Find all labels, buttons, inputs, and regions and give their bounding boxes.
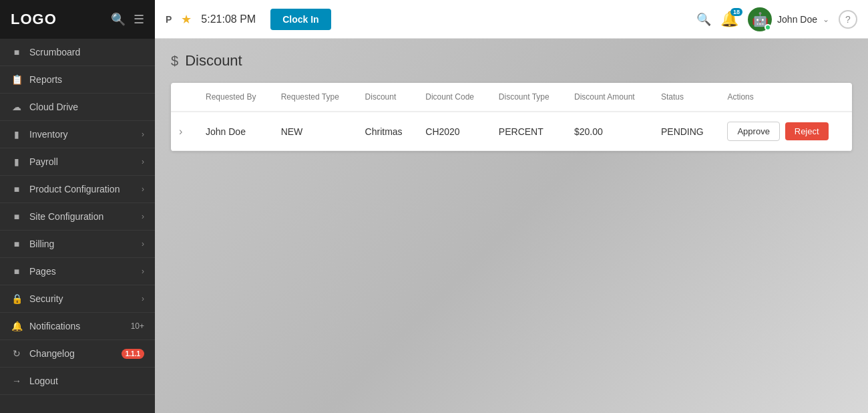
row-status: PENDING — [653, 112, 719, 151]
row-discount: Chritmas — [357, 112, 418, 151]
sidebar-item-cloud-drive[interactable]: ☁ Cloud Drive — [0, 94, 155, 121]
reports-icon: 📋 — [11, 74, 23, 85]
col-discount-code: Dicount Code — [417, 83, 491, 112]
sidebar-item-billing[interactable]: ■ Billing › — [0, 231, 155, 258]
dollar-icon: $ — [171, 53, 178, 69]
page-title: Discount — [185, 52, 242, 70]
sidebar-item-notifications[interactable]: 🔔 Notifications 10+ — [0, 313, 155, 340]
scrumboard-icon: ■ — [11, 47, 23, 57]
sidebar-logo: LOGO 🔍 ☰ — [0, 0, 155, 39]
cloud-drive-icon: ☁ — [11, 102, 23, 112]
billing-icon: ■ — [11, 239, 23, 249]
p-indicator: P — [166, 14, 172, 25]
chevron-right-icon: › — [142, 130, 144, 139]
search-icon[interactable]: 🔍 — [111, 12, 126, 27]
security-icon: 🔒 — [11, 293, 23, 304]
time-display: 5:21:08 PM — [201, 13, 256, 25]
chevron-right-icon: › — [142, 212, 144, 221]
sidebar-item-label: Inventory — [29, 129, 68, 140]
notifications-badge: 18 — [730, 8, 742, 16]
user-avatar: 🤖 — [748, 7, 772, 31]
user-menu[interactable]: 🤖 John Doe ⌄ — [748, 7, 829, 31]
sidebar: LOGO 🔍 ☰ ■ Scrumboard 📋 Reports ☁ Cloud … — [0, 0, 155, 413]
chevron-right-icon: › — [142, 267, 144, 276]
sidebar-item-reports[interactable]: 📋 Reports — [0, 66, 155, 94]
chevron-right-icon: › — [142, 294, 144, 303]
topbar: P ★ 5:21:08 PM Clock In 🔍 🔔 18 🤖 John Do… — [155, 0, 868, 39]
chevron-right-icon: › — [142, 184, 144, 194]
help-button[interactable]: ? — [839, 10, 857, 29]
content-area: $ Discount Requested By Requested Type D… — [155, 39, 868, 413]
favorite-star-icon[interactable]: ★ — [181, 12, 192, 27]
pages-icon: ■ — [11, 266, 23, 277]
row-actions: Approve Reject — [719, 112, 852, 151]
sidebar-item-product-configuration[interactable]: ■ Product Configuration › — [0, 176, 155, 203]
payroll-icon: ▮ — [11, 156, 23, 167]
row-requested-by: John Doe — [198, 112, 273, 151]
col-requested-by: Requested By — [198, 83, 273, 112]
notifications-icon: 🔔 — [11, 321, 23, 331]
logout-icon: → — [11, 376, 23, 386]
inventory-icon: ▮ — [11, 129, 23, 140]
row-discount-type: PERCENT — [491, 112, 566, 151]
sidebar-item-label: Scrumboard — [29, 47, 80, 57]
site-config-icon: ■ — [11, 211, 23, 222]
sidebar-item-label: Payroll — [29, 156, 58, 167]
user-chevron-down-icon: ⌄ — [823, 15, 829, 24]
col-actions: Actions — [719, 83, 852, 112]
sidebar-item-payroll[interactable]: ▮ Payroll › — [0, 148, 155, 176]
sidebar-item-logout[interactable]: → Logout — [0, 368, 155, 395]
sidebar-item-label: Product Configuration — [29, 184, 120, 194]
sidebar-item-label: Site Configuration — [29, 211, 103, 222]
sidebar-item-label: Billing — [29, 239, 54, 249]
row-discount-amount: $20.00 — [566, 112, 653, 151]
page-title-bar: $ Discount — [171, 52, 852, 70]
menu-icon[interactable]: ☰ — [134, 12, 144, 27]
notifications-bell[interactable]: 🔔 18 — [720, 11, 738, 28]
approve-button[interactable]: Approve — [727, 122, 779, 141]
sidebar-item-site-configuration[interactable]: ■ Site Configuration › — [0, 203, 155, 231]
chevron-right-icon: › — [142, 239, 144, 249]
row-requested-type: NEW — [273, 112, 357, 151]
col-expand — [171, 83, 198, 112]
main-content: P ★ 5:21:08 PM Clock In 🔍 🔔 18 🤖 John Do… — [155, 0, 868, 413]
logo-text: LOGO — [11, 11, 57, 28]
sidebar-item-label: Security — [29, 293, 63, 304]
notifications-count-badge: 10+ — [131, 321, 144, 331]
col-discount: Discount — [357, 83, 418, 112]
table-row: › John Doe NEW Chritmas CH2020 PERCENT $… — [171, 112, 852, 151]
col-requested-type: Requested Type — [273, 83, 357, 112]
sidebar-item-scrumboard[interactable]: ■ Scrumboard — [0, 39, 155, 66]
sidebar-item-pages[interactable]: ■ Pages › — [0, 258, 155, 285]
sidebar-item-label: Pages — [29, 266, 56, 277]
changelog-version-badge: 1.1.1 — [122, 349, 144, 359]
sidebar-item-label: Logout — [29, 376, 58, 386]
table-header-row: Requested By Requested Type Discount Dic… — [171, 83, 852, 112]
col-status: Status — [653, 83, 719, 112]
discount-table-container: Requested By Requested Type Discount Dic… — [171, 83, 852, 151]
row-expand-button[interactable]: › — [171, 112, 198, 151]
chevron-right-icon: › — [142, 157, 144, 166]
product-config-icon: ■ — [11, 184, 23, 194]
discount-table: Requested By Requested Type Discount Dic… — [171, 83, 852, 151]
user-name-label: John Doe — [777, 14, 817, 25]
row-discount-code: CH2020 — [417, 112, 491, 151]
sidebar-item-inventory[interactable]: ▮ Inventory › — [0, 121, 155, 148]
status-online-dot — [765, 24, 771, 31]
col-discount-amount: Discount Amount — [566, 83, 653, 112]
sidebar-item-security[interactable]: 🔒 Security › — [0, 285, 155, 313]
sidebar-item-label: Cloud Drive — [29, 102, 78, 112]
reject-button[interactable]: Reject — [785, 122, 829, 140]
changelog-icon: ↻ — [11, 348, 23, 359]
sidebar-item-label: Reports — [29, 74, 62, 85]
sidebar-item-changelog[interactable]: ↻ Changelog 1.1.1 — [0, 340, 155, 368]
search-icon[interactable]: 🔍 — [696, 12, 711, 27]
col-discount-type: Discount Type — [491, 83, 566, 112]
sidebar-item-label: Changelog — [29, 348, 75, 359]
clock-in-button[interactable]: Clock In — [270, 9, 331, 30]
sidebar-item-label: Notifications — [29, 321, 80, 331]
